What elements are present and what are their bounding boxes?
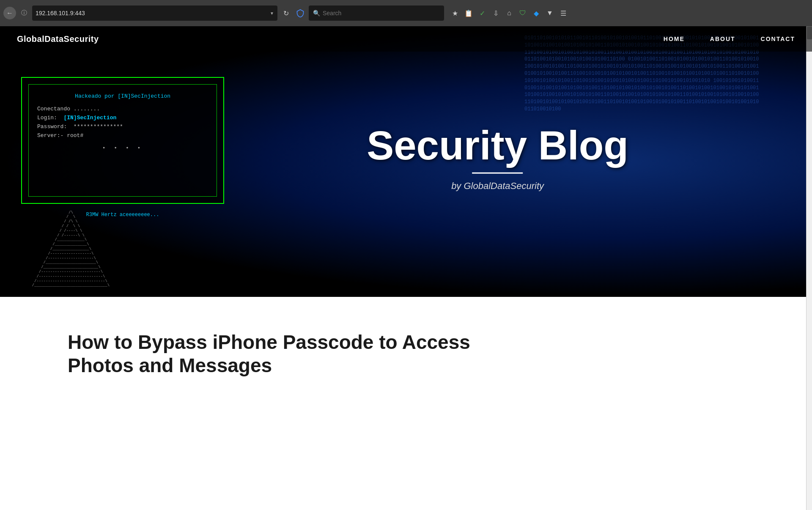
info-button[interactable]: ⓘ (19, 8, 30, 19)
address-bar[interactable]: ▼ (32, 5, 277, 21)
hero-divider (472, 173, 523, 174)
ascii-mountain: /\ / \ / /\ \ / / \ \ / /----\ \ / /----… (0, 206, 110, 293)
terminal-line-server: Server:- root# (37, 132, 208, 139)
shield-check-icon[interactable]: ✓ (476, 7, 488, 19)
security-icon[interactable]: 🛡 (517, 7, 529, 19)
clipboard-icon[interactable]: 📋 (463, 7, 475, 19)
password-label: Password: (37, 123, 67, 130)
terminal-line-password: Password: *************** (37, 123, 208, 130)
menu-icon[interactable]: ☰ (557, 7, 569, 19)
address-input[interactable] (36, 10, 267, 16)
shield-icon (294, 7, 306, 19)
back-button[interactable]: ← (3, 7, 16, 19)
site-logo[interactable]: GlobalDataSecurity (17, 34, 99, 44)
login-value: [IN]SecInjection (63, 115, 116, 121)
terminal-line-login: Login: [IN]SecInjection (37, 115, 208, 121)
search-bar[interactable]: 🔍 (309, 5, 444, 21)
address-dropdown-icon[interactable]: ▼ (270, 11, 274, 16)
article-title: How to Bypass iPhone Passcode to Access … (68, 331, 491, 377)
terminal-dots: • • • • (37, 145, 208, 151)
nav-home[interactable]: HOME (664, 36, 685, 42)
hero-subtitle: by GlobalDataSecurity (367, 181, 628, 192)
content-section: How to Bypass iPhone Passcode to Access … (0, 297, 812, 403)
terminal-footer: R3MW Hertz aceeeeeeee... (22, 212, 223, 218)
site-navigation: GlobalDataSecurity HOME ABOUT CONTACT (0, 26, 812, 52)
search-icon: 🔍 (313, 10, 320, 16)
terminal-title: Hackeado por [IN]SecInjection (37, 93, 208, 99)
scrollbar[interactable] (806, 26, 812, 403)
dropdown-icon[interactable]: ▼ (544, 7, 556, 19)
home-icon[interactable]: ⌂ (503, 7, 515, 19)
terminal-box: Hackeado por [IN]SecInjection Conectando… (21, 77, 224, 204)
nav-contact[interactable]: CONTACT (761, 36, 795, 42)
browser-chrome: ← ⓘ ▼ ↻ 🔍 ★ 📋 ✓ ⇩ ⌂ 🛡 ◆ ▼ ☰ (0, 0, 812, 26)
login-label: Login: (37, 115, 57, 121)
terminal-line-connect: Conectando ........ (37, 106, 208, 112)
hero-text-block: Security Blog by GlobalDataSecurity (367, 125, 628, 192)
search-input[interactable] (323, 10, 440, 16)
terminal-inner: Hackeado por [IN]SecInjection Conectando… (28, 84, 217, 197)
hero-title: Security Blog (367, 125, 628, 166)
extension-icon[interactable]: ◆ (530, 7, 542, 19)
password-value: *************** (74, 123, 123, 130)
toolbar-icons: ★ 📋 ✓ ⇩ ⌂ 🛡 ◆ ▼ ☰ (449, 7, 569, 19)
website-wrapper: 0101101001010101100101101001010010100101… (0, 26, 812, 403)
nav-links: HOME ABOUT CONTACT (664, 36, 795, 42)
hero-section: 0101101001010101100101101001010010100101… (0, 26, 812, 297)
download-icon[interactable]: ⇩ (490, 7, 502, 19)
bookmark-star-icon[interactable]: ★ (449, 7, 461, 19)
reload-button[interactable]: ↻ (280, 7, 292, 19)
nav-about[interactable]: ABOUT (710, 36, 735, 42)
